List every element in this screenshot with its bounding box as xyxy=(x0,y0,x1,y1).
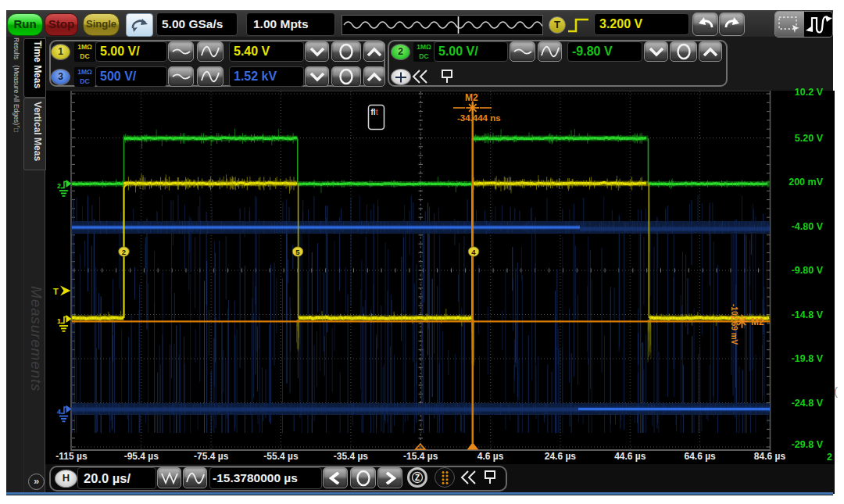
svg-text:-4.80 V: -4.80 V xyxy=(792,221,824,232)
svg-text:5: 5 xyxy=(295,248,300,256)
svg-text:24.6 µs: 24.6 µs xyxy=(545,451,577,462)
svg-text:2: 2 xyxy=(57,182,61,190)
svg-text:-15.4 µs: -15.4 µs xyxy=(403,451,438,462)
svg-text:M2: M2 xyxy=(465,92,478,103)
svg-text:64.6 µs: 64.6 µs xyxy=(684,451,716,462)
svg-text:-102.69 mV: -102.69 mV xyxy=(730,304,738,345)
svg-text:-95.4 µs: -95.4 µs xyxy=(124,451,159,462)
svg-text:5.20 V: 5.20 V xyxy=(795,133,824,144)
svg-text:-35.4 µs: -35.4 µs xyxy=(334,451,369,462)
svg-text:flt: flt xyxy=(371,108,379,116)
svg-text:-115 µs: -115 µs xyxy=(55,451,88,462)
svg-text:T: T xyxy=(53,287,59,296)
svg-text:84.6 µs: 84.6 µs xyxy=(754,451,786,462)
svg-text:-19.8 V: -19.8 V xyxy=(792,353,824,364)
svg-text:-24.8 V: -24.8 V xyxy=(792,398,824,409)
svg-text:200 mV: 200 mV xyxy=(789,177,823,188)
svg-text:4: 4 xyxy=(57,408,61,416)
svg-text:44.6 µs: 44.6 µs xyxy=(614,451,646,462)
svg-text:-29.8 V: -29.8 V xyxy=(792,439,824,450)
svg-text:4.6 µs: 4.6 µs xyxy=(477,451,504,462)
svg-text:-34.444 ns: -34.444 ns xyxy=(457,113,501,123)
svg-text:4: 4 xyxy=(471,248,476,256)
svg-text:-55.4 µs: -55.4 µs xyxy=(263,451,299,462)
svg-text:-9.80 V: -9.80 V xyxy=(792,265,824,276)
svg-text:-75.4 µs: -75.4 µs xyxy=(194,451,229,462)
svg-text:2: 2 xyxy=(827,452,832,463)
svg-text:2: 2 xyxy=(122,248,126,256)
svg-text:1: 1 xyxy=(57,317,61,325)
svg-text:-14.8 V: -14.8 V xyxy=(792,309,824,320)
svg-text:Z: Z xyxy=(415,474,420,482)
svg-text:10.2 V: 10.2 V xyxy=(795,87,824,98)
svg-text:M2: M2 xyxy=(751,316,764,327)
